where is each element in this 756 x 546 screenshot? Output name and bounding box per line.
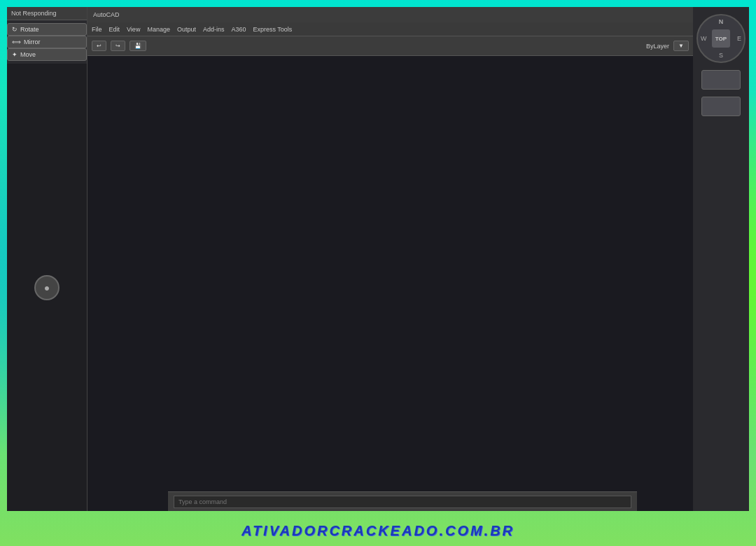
menu-express[interactable]: Express Tools (253, 26, 293, 33)
rotate-btn[interactable]: ↻ Rotate (7, 23, 87, 36)
autocad-titlebar: AutoCAD (88, 7, 693, 22)
bottom-toolbar (168, 491, 637, 511)
menu-edit[interactable]: Edit (109, 26, 120, 33)
compass-east: E (737, 35, 741, 42)
command-input[interactable] (174, 496, 631, 508)
left-panel-bottom: ● (7, 64, 87, 511)
layer-label: ByLayer (646, 43, 669, 50)
compass-west: W (701, 35, 707, 42)
right-tool-1[interactable] (701, 70, 741, 90)
menu-view[interactable]: View (127, 26, 140, 33)
undo-btn[interactable]: ↩ (92, 41, 106, 51)
user-icon: ● (34, 275, 59, 300)
mirror-btn[interactable]: ⟺ Mirror (7, 36, 87, 48)
center-area: AutoCAD File Edit View Manage Output Add… (88, 7, 693, 511)
compass-center[interactable]: TOP (712, 29, 730, 48)
right-tool-2[interactable] (701, 97, 741, 116)
compass-south: S (719, 52, 723, 59)
move-btn[interactable]: ✦ Move (7, 48, 87, 61)
redo-btn[interactable]: ↪ (111, 41, 125, 51)
menu-file[interactable]: File (92, 26, 102, 33)
main-area: Not Responding ↻ Rotate ⟺ Mirror ✦ Move … (7, 7, 749, 511)
menu-a360[interactable]: A360 (231, 26, 246, 33)
autocad-menubar: File Edit View Manage Output Add-ins A36… (88, 22, 693, 36)
save-btn[interactable]: 💾 (130, 41, 146, 51)
left-panel: Not Responding ↻ Rotate ⟺ Mirror ✦ Move … (7, 7, 88, 511)
menu-manage[interactable]: Manage (147, 26, 170, 33)
autocad-title-label: AutoCAD (93, 11, 120, 18)
right-panel: N S E W TOP (693, 7, 749, 511)
menu-output[interactable]: Output (177, 26, 196, 33)
compass-widget: N S E W TOP (696, 14, 746, 63)
menu-addins[interactable]: Add-ins (203, 26, 225, 33)
autocad-status: Not Responding (7, 7, 87, 20)
autocad-toolbar: ↩ ↪ 💾 ByLayer ▼ (88, 36, 693, 56)
watermark: ATIVADORCRACKEADO.COM.BR (0, 523, 756, 539)
compass-north: N (719, 18, 724, 25)
autocad-quickbar: ↻ Rotate ⟺ Mirror ✦ Move (7, 20, 87, 64)
watermark-text: ATIVADORCRACKEADO.COM.BR (241, 523, 514, 538)
layer-btn[interactable]: ▼ (673, 41, 689, 51)
